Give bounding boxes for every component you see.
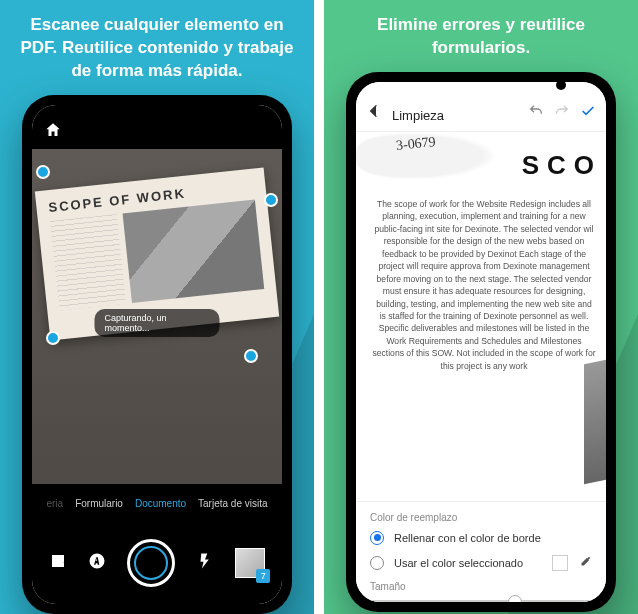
phone-camera-hole: [556, 80, 566, 90]
screen-cleanup: Limpieza 3-0679 SCO The scope of work fo…: [356, 82, 606, 602]
back-icon[interactable]: [366, 103, 382, 123]
body-paragraph: The scope of work for the Website Redesi…: [372, 198, 596, 372]
auto-capture-icon[interactable]: [88, 552, 106, 574]
document-canvas[interactable]: 3-0679 SCO The scope of work for the Web…: [356, 132, 606, 501]
mode-document[interactable]: Documento: [135, 498, 186, 509]
crop-handle-br[interactable]: [244, 349, 258, 363]
crop-handle-tl[interactable]: [36, 165, 50, 179]
promo-panel-cleanup: Elimine errores y reutilice formularios.…: [324, 0, 638, 614]
crop-handle-bl[interactable]: [46, 331, 60, 345]
doc-text-col: [50, 214, 126, 310]
phone-mock-left: SCOPE OF WORK Capturando, un momento... …: [22, 95, 292, 614]
headline-left: Escanee cualquier elemento en PDF. Reuti…: [10, 14, 304, 83]
shutter-button[interactable]: [127, 539, 175, 587]
mode-business-card[interactable]: Tarjeta de visita: [198, 498, 267, 509]
mode-gallery[interactable]: eria: [46, 498, 63, 509]
size-slider[interactable]: [370, 600, 592, 602]
screen-title: Limpieza: [392, 108, 444, 123]
camera-viewfinder[interactable]: SCOPE OF WORK Capturando, un momento...: [32, 149, 282, 484]
cleanup-topbar: Limpieza: [356, 82, 606, 132]
undo-icon[interactable]: [528, 103, 544, 123]
mode-form[interactable]: Formulario: [75, 498, 123, 509]
home-icon[interactable]: [44, 121, 62, 143]
done-icon[interactable]: [580, 103, 596, 123]
color-swatch[interactable]: [552, 555, 568, 571]
redo-icon[interactable]: [554, 103, 570, 123]
option-fill-border-label: Rellenar con el color de borde: [394, 532, 541, 544]
phone-mock-right: Limpieza 3-0679 SCO The scope of work fo…: [346, 72, 616, 612]
eyedropper-icon[interactable]: [578, 555, 592, 571]
scan-count-badge: 7: [256, 569, 270, 583]
option-use-color-label: Usar el color seleccionado: [394, 557, 523, 569]
last-scan-thumbnail[interactable]: 7: [235, 548, 265, 578]
cleanup-options: Color de reemplazo Rellenar con el color…: [356, 501, 606, 602]
photo-strip: [584, 360, 606, 485]
camera-controls: 7: [32, 522, 282, 604]
crop-handle-tr[interactable]: [264, 193, 278, 207]
doc-image-col: [122, 199, 264, 302]
capture-modes: eria Formulario Documento Tarjeta de vis…: [32, 484, 282, 522]
doc-body: [50, 199, 264, 310]
promo-panel-scan: Escanee cualquier elemento en PDF. Reuti…: [0, 0, 314, 614]
phone-notch: [92, 95, 222, 115]
screen-scan: SCOPE OF WORK Capturando, un momento... …: [32, 105, 282, 604]
size-label: Tamaño: [370, 581, 592, 592]
headline-right: Elimine errores y reutilice formularios.: [334, 14, 628, 60]
option-section-title: Color de reemplazo: [370, 512, 592, 523]
heading-fragment: SCO: [522, 150, 602, 181]
radio-use-color[interactable]: [370, 556, 384, 570]
gallery-icon[interactable]: [49, 552, 67, 574]
capture-toast: Capturando, un momento...: [95, 309, 220, 337]
radio-fill-border[interactable]: [370, 531, 384, 545]
flash-icon[interactable]: [196, 552, 214, 574]
option-use-color[interactable]: Usar el color seleccionado: [370, 555, 592, 571]
option-fill-border[interactable]: Rellenar con el color de borde: [370, 531, 592, 545]
